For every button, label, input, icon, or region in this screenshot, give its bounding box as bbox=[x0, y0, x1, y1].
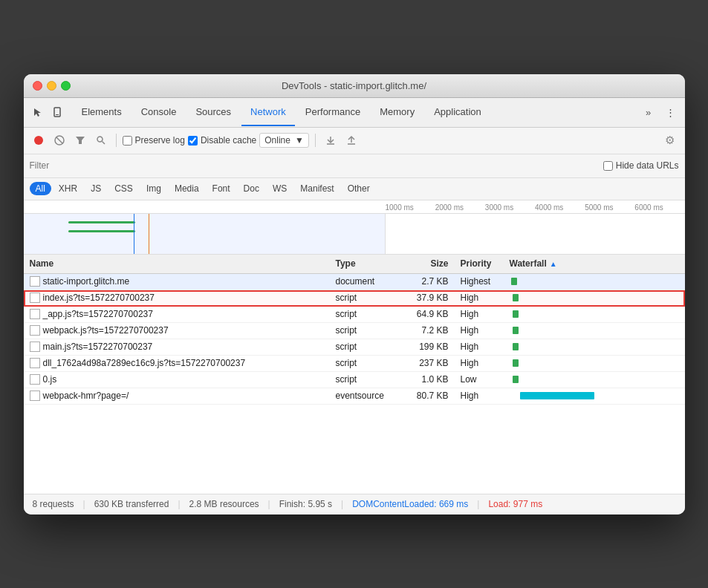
type-filter-xhr[interactable]: XHR bbox=[53, 182, 83, 195]
devtools-more-icon[interactable]: ⋮ bbox=[663, 104, 679, 120]
tab-elements[interactable]: Elements bbox=[73, 98, 131, 126]
col-header-size[interactable]: Size bbox=[403, 258, 455, 269]
row-6-priority: Low bbox=[455, 374, 507, 385]
row-1-priority: High bbox=[455, 293, 507, 303]
search-icon-button[interactable] bbox=[92, 131, 110, 149]
table-row[interactable]: dll_1762a4d98a7289ec16c9.js?ts=157227070… bbox=[24, 356, 685, 372]
waterfall-bar bbox=[513, 310, 519, 318]
toolbar-right: ⚙ bbox=[661, 131, 679, 149]
table-row[interactable]: 0.js script 1.0 KB Low bbox=[24, 372, 685, 388]
close-button[interactable] bbox=[33, 81, 42, 91]
toolbar-divider-1 bbox=[116, 134, 117, 147]
ruler-mark-2: 2000 ms bbox=[435, 203, 485, 213]
row-6-size: 1.0 KB bbox=[403, 374, 455, 385]
empty-space bbox=[24, 405, 685, 494]
table-row[interactable]: main.js?ts=1572270700237 script 199 KB H… bbox=[24, 339, 685, 356]
table-row[interactable]: _app.js?ts=1572270700237 script 64.9 KB … bbox=[24, 307, 685, 323]
svg-point-2 bbox=[34, 136, 43, 145]
row-3-size: 7.2 KB bbox=[403, 325, 455, 336]
ruler-mark-5: 5000 ms bbox=[585, 203, 634, 213]
cursor-icon[interactable] bbox=[30, 104, 46, 120]
svg-line-7 bbox=[102, 142, 105, 145]
table-row[interactable]: index.js?ts=1572270700237 script 37.9 KB… bbox=[24, 290, 685, 307]
svg-marker-5 bbox=[76, 137, 85, 144]
status-bar: 8 requests | 630 KB transferred | 2.8 MB… bbox=[24, 494, 685, 514]
status-transferred: 630 KB transferred bbox=[94, 499, 169, 509]
hide-data-urls-checkbox[interactable]: Hide data URLs bbox=[603, 160, 679, 171]
status-requests: 8 requests bbox=[33, 499, 74, 509]
load-line bbox=[149, 214, 149, 254]
row-7-type: eventsource bbox=[336, 391, 403, 401]
more-tabs-icon[interactable]: » bbox=[640, 104, 657, 120]
clear-button[interactable] bbox=[51, 131, 68, 149]
row-7-waterfall bbox=[507, 392, 685, 399]
ruler-mark-4: 4000 ms bbox=[535, 203, 585, 213]
tab-console[interactable]: Console bbox=[132, 98, 186, 126]
row-0-priority: Highest bbox=[455, 276, 507, 287]
row-3-name: webpack.js?ts=1572270700237 bbox=[24, 325, 336, 336]
table-row[interactable]: webpack.js?ts=1572270700237 script 7.2 K… bbox=[24, 323, 685, 339]
status-finish: Finish: 5.95 s bbox=[279, 499, 332, 509]
type-filter-font[interactable]: Font bbox=[207, 182, 236, 195]
type-filter-all[interactable]: All bbox=[30, 182, 51, 195]
waterfall-bar bbox=[513, 294, 519, 301]
minimize-button[interactable] bbox=[47, 81, 56, 91]
traffic-lights bbox=[33, 81, 71, 91]
type-filter-other[interactable]: Other bbox=[342, 182, 376, 195]
tab-network[interactable]: Network bbox=[241, 98, 295, 126]
timeline-bars bbox=[24, 214, 685, 255]
row-4-type: script bbox=[336, 342, 403, 352]
maximize-button[interactable] bbox=[61, 81, 71, 91]
row-5-type: script bbox=[336, 358, 403, 368]
export-har-button[interactable] bbox=[342, 131, 360, 149]
row-2-priority: High bbox=[455, 309, 507, 319]
type-filter-manifest[interactable]: Manifest bbox=[294, 182, 340, 195]
status-divider-4: | bbox=[341, 499, 343, 509]
tab-application[interactable]: Application bbox=[425, 98, 490, 126]
domcontent-line bbox=[134, 214, 134, 254]
row-2-type: script bbox=[336, 309, 403, 319]
timeline-ruler: 1000 ms 2000 ms 3000 ms 4000 ms 5000 ms … bbox=[24, 200, 685, 214]
row-7-name: webpack-hmr?page=/ bbox=[24, 391, 336, 401]
type-filter-doc[interactable]: Doc bbox=[238, 182, 265, 195]
row-1-type: script bbox=[336, 293, 403, 303]
filter-icon-button[interactable] bbox=[71, 131, 89, 149]
col-header-name[interactable]: Name bbox=[24, 258, 336, 269]
type-filter-js[interactable]: JS bbox=[85, 182, 107, 195]
row-6-name: 0.js bbox=[24, 374, 336, 385]
type-filter-img[interactable]: Img bbox=[140, 182, 167, 195]
tab-memory[interactable]: Memory bbox=[371, 98, 423, 126]
type-filter-ws[interactable]: WS bbox=[267, 182, 293, 195]
filter-input[interactable] bbox=[30, 160, 119, 171]
row-2-waterfall bbox=[507, 310, 685, 318]
table-row[interactable]: webpack-hmr?page=/ eventsource 80.7 KB H… bbox=[24, 388, 685, 405]
type-filter-css[interactable]: CSS bbox=[108, 182, 139, 195]
throttle-select[interactable]: Online ▼ bbox=[259, 133, 309, 148]
ruler-mark-1: 1000 ms bbox=[386, 203, 435, 213]
tab-performance[interactable]: Performance bbox=[296, 98, 369, 126]
import-har-button[interactable] bbox=[322, 131, 340, 149]
settings-button[interactable]: ⚙ bbox=[661, 131, 679, 149]
title-bar: DevTools - static-import.glitch.me/ bbox=[24, 74, 685, 98]
mobile-icon[interactable] bbox=[49, 104, 65, 120]
col-header-priority[interactable]: Priority bbox=[455, 258, 507, 269]
type-filter-media[interactable]: Media bbox=[169, 182, 205, 195]
tab-more-area: » ⋮ bbox=[640, 104, 679, 120]
row-0-size: 2.7 KB bbox=[403, 276, 455, 287]
svg-rect-0 bbox=[54, 108, 60, 117]
tab-sources[interactable]: Sources bbox=[186, 98, 240, 126]
row-3-priority: High bbox=[455, 325, 507, 336]
row-0-type: document bbox=[336, 276, 403, 287]
table-row[interactable]: static-import.glitch.me document 2.7 KB … bbox=[24, 274, 685, 290]
record-button[interactable] bbox=[30, 131, 48, 149]
col-header-waterfall[interactable]: Waterfall ▲ bbox=[507, 258, 685, 269]
row-5-waterfall bbox=[507, 359, 685, 367]
file-icon bbox=[30, 309, 40, 319]
disable-cache-checkbox[interactable]: Disable cache bbox=[188, 135, 256, 146]
file-icon bbox=[30, 276, 40, 287]
window-title: DevTools - static-import.glitch.me/ bbox=[282, 80, 426, 91]
table-body: static-import.glitch.me document 2.7 KB … bbox=[24, 274, 685, 405]
svg-line-4 bbox=[56, 137, 62, 143]
col-header-type[interactable]: Type bbox=[336, 258, 403, 269]
preserve-log-checkbox[interactable]: Preserve log bbox=[123, 135, 185, 146]
